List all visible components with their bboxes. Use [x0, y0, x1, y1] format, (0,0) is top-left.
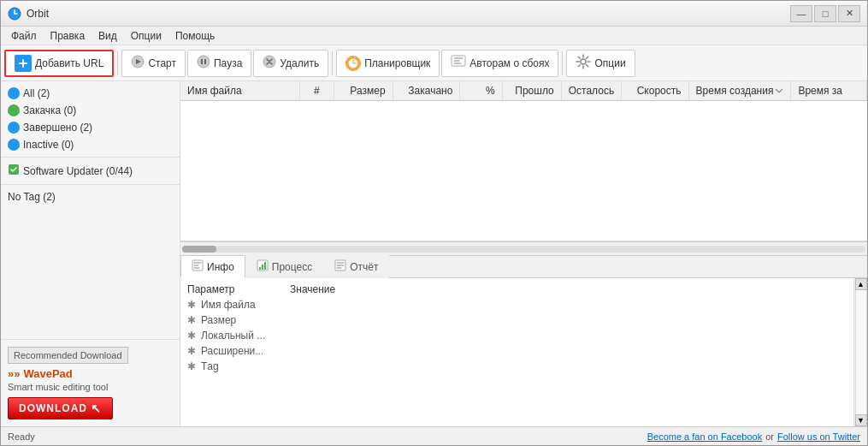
all-icon — [8, 87, 20, 99]
options-icon — [576, 54, 591, 72]
scroll-track[interactable] — [855, 290, 867, 414]
title-bar: Orbit — □ ✕ — [1, 1, 867, 27]
facebook-link[interactable]: Become a fan on Facebook — [647, 431, 763, 442]
menu-help[interactable]: Помощь — [168, 28, 221, 44]
info-row-tag: ✱ Тag — [180, 359, 853, 374]
title-bar-controls: — □ ✕ — [790, 5, 860, 22]
info-row-ext: ✱ Расширени... — [180, 343, 853, 359]
main-area: All (2) Закачка (0) Завершено (2) Inacti… — [1, 81, 867, 426]
main-window: Orbit — □ ✕ Файл Правка Вид Опции Помощь… — [0, 0, 868, 446]
col-downloaded[interactable]: Закачано — [393, 81, 461, 100]
asterisk-icon-2: ✱ — [187, 314, 196, 326]
horizontal-scrollbar[interactable] — [180, 241, 867, 255]
table-header: Имя файла # Размер Закачано % Прошло Ост… — [180, 81, 867, 101]
add-url-button[interactable]: Добавить URL — [4, 50, 114, 77]
svg-rect-15 — [262, 265, 263, 270]
delete-icon — [263, 55, 276, 71]
info-col-value: Значение — [290, 283, 335, 295]
report-button[interactable]: Авторам о сбоях — [441, 50, 558, 77]
sidebar-item-inactive[interactable]: Inactive (0) — [1, 136, 180, 153]
delete-button[interactable]: Удалить — [253, 50, 328, 77]
scrollbar-thumb[interactable] — [182, 246, 216, 253]
software-updater-label: Software Updater (0/44) — [23, 165, 133, 177]
status-links: Become a fan on Facebook or Follow us on… — [647, 431, 860, 442]
info-scrollbar[interactable]: ▲ ▼ — [853, 278, 867, 426]
pause-button[interactable]: Пауза — [187, 50, 251, 77]
sidebar-divider-1 — [1, 157, 180, 158]
toolbar-sep-2 — [332, 51, 333, 75]
start-button[interactable]: Старт — [121, 50, 186, 77]
promo-description: Smart music editing tool — [8, 382, 173, 392]
tab-bar: Инфо Процесс — [180, 256, 867, 278]
promo-app-name: »» WavePad — [8, 367, 173, 380]
report-icon — [451, 55, 466, 71]
menu-bar: Файл Правка Вид Опции Помощь — [1, 27, 867, 45]
col-timez[interactable]: Время за — [791, 81, 867, 100]
menu-options[interactable]: Опции — [124, 28, 168, 44]
svg-rect-6 — [204, 59, 206, 64]
toolbar: Добавить URL Старт Пауза — [1, 45, 867, 81]
scheduler-button[interactable]: Планировщик — [336, 50, 440, 77]
tab-report-icon — [334, 259, 346, 274]
info-panel: Параметр Значение ✱ Имя файла — [180, 278, 867, 426]
col-percent[interactable]: % — [460, 81, 502, 100]
info-header-row: Параметр Значение — [180, 282, 853, 297]
file-table[interactable]: Имя файла # Размер Закачано % Прошло Ост… — [180, 81, 867, 241]
col-filename[interactable]: Имя файла — [180, 81, 300, 100]
tab-info[interactable]: Инфо — [180, 255, 245, 278]
sidebar-item-no-tag[interactable]: No Tag (2) — [1, 188, 180, 205]
svg-rect-16 — [264, 262, 266, 270]
pause-label: Пауза — [214, 57, 242, 69]
status-or-text: or — [765, 431, 774, 442]
sidebar-item-done[interactable]: Завершено (2) — [1, 119, 180, 136]
menu-edit[interactable]: Правка — [44, 28, 92, 44]
tab-process-label: Процесс — [272, 261, 312, 273]
scroll-down-button[interactable]: ▼ — [855, 414, 867, 426]
content-area: Имя файла # Размер Закачано % Прошло Ост… — [180, 81, 867, 426]
minimize-button[interactable]: — — [790, 5, 812, 22]
software-updater-icon — [8, 164, 20, 178]
scheduler-icon — [345, 56, 361, 71]
done-icon — [8, 122, 20, 134]
col-created[interactable]: Время создания — [689, 81, 792, 100]
svg-point-10 — [581, 59, 586, 64]
tab-process[interactable]: Процесс — [245, 255, 323, 278]
menu-file[interactable]: Файл — [4, 28, 44, 44]
svg-rect-5 — [201, 59, 203, 64]
pause-icon — [197, 55, 210, 71]
options-button[interactable]: Опции — [566, 50, 635, 77]
asterisk-icon-1: ✱ — [187, 299, 196, 311]
table-body — [180, 101, 867, 187]
scroll-up-button[interactable]: ▲ — [855, 278, 867, 290]
sidebar-item-queue[interactable]: Закачка (0) — [1, 102, 180, 119]
sidebar-item-all[interactable]: All (2) — [1, 85, 180, 102]
info-row-local: ✱ Локальный ... — [180, 328, 853, 343]
tab-report[interactable]: Отчёт — [323, 255, 389, 278]
scrollbar-track[interactable] — [182, 246, 865, 253]
svg-point-4 — [198, 56, 210, 68]
sort-icon — [775, 86, 783, 95]
tab-info-icon — [192, 259, 204, 274]
window-title: Orbit — [27, 8, 49, 20]
close-button[interactable]: ✕ — [838, 5, 860, 22]
info-col-param: Параметр — [187, 283, 290, 295]
sidebar-list: All (2) Закачка (0) Завершено (2) Inacti… — [1, 81, 180, 339]
info-table: Параметр Значение ✱ Имя файла — [180, 278, 853, 426]
title-bar-left: Orbit — [8, 7, 49, 21]
delete-label: Удалить — [280, 57, 319, 69]
twitter-link[interactable]: Follow us on Twitter — [777, 431, 860, 442]
col-num[interactable]: # — [300, 81, 334, 100]
col-speed[interactable]: Скорость — [622, 81, 689, 100]
inactive-icon — [8, 139, 20, 151]
menu-view[interactable]: Вид — [92, 28, 124, 44]
start-label: Старт — [148, 57, 176, 69]
promo-recommended-label: Recommended Download — [8, 347, 128, 364]
status-bar: Ready Become a fan on Facebook or Follow… — [1, 426, 867, 445]
col-size[interactable]: Размер — [334, 81, 393, 100]
col-elapsed[interactable]: Прошло — [503, 81, 562, 100]
maximize-button[interactable]: □ — [814, 5, 836, 22]
col-remaining[interactable]: Осталось — [562, 81, 622, 100]
download-button[interactable]: DOWNLOAD ↖ — [8, 397, 113, 419]
sidebar-item-software-updater[interactable]: Software Updater (0/44) — [1, 161, 180, 181]
info-row-size: ✱ Размер — [180, 312, 853, 328]
